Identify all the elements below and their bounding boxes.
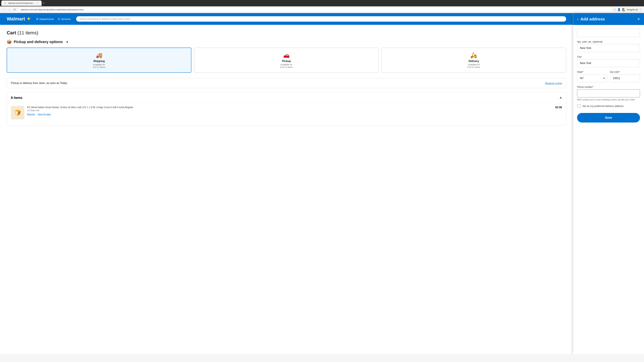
items-section: 8 items ∧ 🍞 FG Sliced Italian House Brea… [7,92,566,125]
zip-form-group: Zip code* [610,70,640,82]
address-bar[interactable]: walmart.com/cart?step=bookslot&ss=addAdd… [18,7,612,12]
delivery-name: Delivery [385,60,562,63]
phone-input[interactable] [577,89,640,97]
shipping-name: Shipping [10,60,188,63]
items-count: 8 items [11,96,22,100]
state-form-group: State* NY CA TX [577,70,607,82]
side-panel: ‹ Add address × Apt, suite, etc. (option… [573,13,644,354]
preferred-label: Set as my preferred delivery address [582,105,624,107]
spark-icon: ✦ [26,16,31,22]
search-bar[interactable]: Search everything at Walmart online and … [76,16,566,22]
delivery-option-icon: 🛵 [385,52,562,58]
walmart-header: Walmart ✦ ⊞ Departments ⊡ Services Searc… [0,13,573,25]
city-form-group: City* [577,55,640,67]
item-name: FG Sliced Italian House Bread, 16.8oz,16… [27,106,552,109]
pickup-banner: Pickup or delivery from store, as soon a… [7,78,566,88]
logo-text: Walmart [7,16,25,22]
items-collapse-icon[interactable]: ∧ [560,96,562,100]
delivery-option[interactable]: 🛵 Delivery Available for 8 of 11 Items [382,48,566,73]
shipping-icon: 🚚 [10,52,188,58]
services-label: Services [61,17,71,20]
active-tab[interactable]: 🛒 walmart.com/cart?step=books... × [1,0,42,6]
panel-title: Add address [580,17,605,21]
walmart-logo[interactable]: Walmart ✦ [7,16,31,22]
profile-icon[interactable]: 👤 [617,8,621,11]
new-tab-btn[interactable]: + [42,1,46,5]
pickup-icon: 🚗 [198,52,375,58]
menu-icon[interactable]: ⋮ [639,8,642,11]
item-actions: Remove Save for later [27,113,552,115]
delivery-sub: Available for [385,63,562,66]
delivery-detail: 8 of 11 Items [385,66,562,68]
bookmark-icon[interactable]: ☆ [614,8,616,11]
state-label: State* [577,70,607,73]
services-nav[interactable]: ⊡ Services [58,17,71,20]
panel-close-btn[interactable]: × [638,16,640,22]
pickup-banner-text: Pickup or delivery from store, as soon a… [11,82,67,85]
save-later-btn[interactable]: Save for later [38,113,51,115]
apt-form-group: Apt, suite, etc. (optional) [577,40,640,52]
remove-btn[interactable]: Remove [27,113,35,115]
zip-label: Zip code* [610,70,640,73]
item-row: 🍞 FG Sliced Italian House Bread, 16.8oz,… [11,103,562,122]
page-wrapper: Walmart ✦ ⊞ Departments ⊡ Services Searc… [0,13,644,354]
items-header: 8 items ∧ [11,96,562,100]
city-label: City* [577,55,640,58]
tab-favicon: 🛒 [4,2,7,4]
preferred-checkbox-row: Set as my preferred delivery address [577,104,640,108]
pickup-option[interactable]: 🚗 Pickup Available for 8 of 11 Items [194,48,379,73]
main-content: Walmart ✦ ⊞ Departments ⊡ Services Searc… [0,13,573,354]
cart-title: Cart (11 items) [7,30,566,35]
reserve-time-link[interactable]: Reserve a time [545,82,562,85]
state-select[interactable]: NY CA TX [577,74,607,82]
delivery-options: 🚚 Shipping Available for 3 of 11 Items 🚗… [7,48,566,73]
tab-close-btn[interactable]: × [36,2,39,4]
preferred-checkbox[interactable] [577,104,580,108]
search-placeholder: Search everything at Walmart online and … [80,17,130,20]
shipping-option[interactable]: 🚚 Shipping Available for 3 of 11 Items [7,48,191,73]
item-price: $3.98 [555,106,562,109]
departments-label: Departments [40,17,54,20]
collapse-icon[interactable]: ∧ [66,40,68,44]
header-nav: ⊞ Departments ⊡ Services [36,17,70,20]
item-unit: 12.1¢/per unit [27,109,552,112]
apt-input[interactable] [577,44,640,52]
pickup-detail: 8 of 11 Items [198,66,375,68]
phone-hint: We'll contact you in case anything comes… [577,98,640,101]
departments-nav[interactable]: ⊞ Departments [36,17,54,20]
departments-grid-icon: ⊞ [36,17,38,20]
panel-header: ‹ Add address × [573,13,644,25]
partial-input-top[interactable] [577,28,640,37]
panel-header-left: ‹ Add address [577,17,605,21]
back-nav-btn[interactable]: ← [2,7,6,12]
state-zip-row: State* NY CA TX Zip code* [577,70,640,86]
tab-label: walmart.com/cart?step=books... [8,2,35,4]
panel-body: Apt, suite, etc. (optional) City* State*… [573,25,644,354]
city-input[interactable] [577,59,640,67]
address-bar-row: ← → ↺ walmart.com/cart?step=bookslot&ss=… [0,6,644,13]
incognito-icon[interactable]: 🕵 [622,8,626,11]
delivery-icon: 📦 [7,39,12,44]
services-icon: ⊡ [58,17,60,20]
shipping-sub: Available for [10,63,188,66]
pickup-sub: Available for [198,63,375,66]
zip-input[interactable] [610,74,640,82]
phone-label: Phone number* [577,86,640,88]
item-info: FG Sliced Italian House Bread, 16.8oz,16… [27,106,552,115]
url-text: walmart.com/cart?step=bookslot&ss=addAdd… [20,8,84,11]
cart-area: Cart (11 items) 📦 Pickup and delivery op… [0,25,573,131]
shipping-detail: 3 of 11 Items [10,66,188,68]
save-button[interactable]: Save [577,113,640,122]
section-title: 📦 Pickup and delivery options ∧ [7,39,566,44]
apt-label: Apt, suite, etc. (optional) [577,40,640,43]
browser-tab-bar: 🛒 walmart.com/cart?step=books... × + [0,0,644,6]
reload-btn[interactable]: ↺ [13,7,16,12]
phone-form-group: Phone number* We'll contact you in case … [577,86,640,101]
forward-nav-btn[interactable]: → [8,7,12,12]
panel-back-btn[interactable]: ‹ [577,17,578,21]
item-image: 🍞 [11,106,24,119]
incognito-label: Incognito (3) [627,8,638,11]
pickup-name: Pickup [198,60,375,63]
toolbar-icons: ☆ 👤 🕵 Incognito (3) ⋮ [614,8,642,11]
